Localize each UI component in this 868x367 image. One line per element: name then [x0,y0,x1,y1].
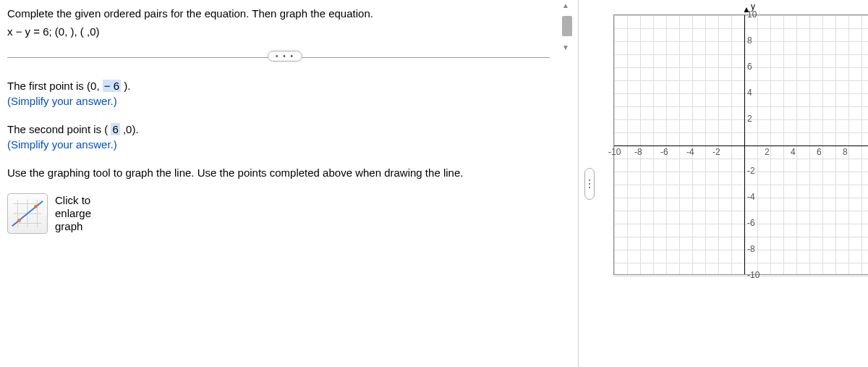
graph-button-line3: graph [55,220,91,233]
graph-thumbnail-icon [8,194,47,233]
graph-button-line1: Click to [55,194,91,207]
gridline-h [614,67,868,68]
y-tick-label: -6 [747,218,755,228]
first-point-text: The first point is (0, − 6 ). [7,78,550,93]
gridline-h [614,263,868,263]
section-divider: • • • [7,52,550,62]
gridline-h [614,172,868,172]
x-tick-label: -8 [634,147,642,157]
vertical-scrollbar[interactable]: ▲ ▼ [557,0,579,367]
x-tick-label: 6 [817,147,822,157]
gridline-h [614,15,868,16]
x-tick-label: -10 [608,147,621,157]
enlarge-graph-button[interactable] [7,193,48,234]
divider-ellipsis-button[interactable]: • • • [268,51,302,62]
first-point-suffix: ). [121,80,130,92]
y-tick-label: -10 [747,270,760,280]
svg-point-7 [17,219,21,222]
second-point-hint: (Simplify your answer.) [7,137,550,152]
second-point-answer[interactable]: 6 [111,123,119,135]
y-tick-label: -8 [747,244,755,254]
y-tick-label: 6 [747,62,752,72]
gridline-h [614,211,868,211]
gridline-h [614,237,868,237]
gridline-h [614,159,868,159]
second-point-prefix: The second point is ( [7,123,111,135]
scroll-thumb[interactable] [562,16,572,36]
scroll-up-icon[interactable]: ▲ [562,1,569,9]
x-tick-label: 8 [843,147,848,157]
instruction-line-2: x − y = 6; (0, ), ( ,0) [7,24,550,39]
y-axis-arrow-icon: ▲ [742,4,751,14]
gridline-h [614,80,868,81]
gridline-h [614,198,868,198]
scroll-down-icon[interactable]: ▼ [562,43,569,51]
x-tick-label: -6 [660,147,668,157]
graph-instruction: Use the graphing tool to graph the line.… [7,165,550,180]
enlarge-graph-label: Click to enlarge graph [55,194,91,233]
y-tick-label: 8 [747,35,752,46]
second-point-suffix: ,0). [120,123,139,135]
gridline-h [614,276,868,277]
x-tick-label: -4 [686,147,694,157]
panel-collapse-button[interactable] [584,168,595,200]
gridline-h [614,54,868,55]
x-axis [614,145,868,146]
gridline-h [614,185,868,185]
y-tick-label: -2 [747,166,755,176]
x-tick-label: -2 [712,147,720,157]
first-point-answer[interactable]: − 6 [103,80,121,92]
x-tick-label: 2 [765,147,770,157]
gridline-h [614,28,868,29]
x-tick-label: 4 [791,147,796,157]
gridline-h [614,93,868,94]
y-tick-label: -4 [747,192,755,202]
gridline-h [614,132,868,133]
y-axis [744,15,745,274]
second-point-text: The second point is ( 6 ,0). [7,122,550,137]
y-tick-label: 4 [747,88,752,98]
gridline-h [614,224,868,224]
gridline-h [614,106,868,107]
instruction-line-1: Complete the given ordered pairs for the… [7,6,550,21]
gridline-h [614,250,868,250]
svg-point-8 [34,205,38,208]
graph-button-line2: enlarge [55,207,91,220]
gridline-h [614,119,868,120]
y-axis-label: y [751,1,755,12]
y-tick-label: 2 [747,114,752,124]
first-point-prefix: The first point is (0, [7,80,103,92]
coordinate-grid[interactable]: -10-8-6-4-2246810-10-8-6-4-2246810 [613,14,868,275]
first-point-hint: (Simplify your answer.) [7,93,550,109]
gridline-h [614,41,868,42]
